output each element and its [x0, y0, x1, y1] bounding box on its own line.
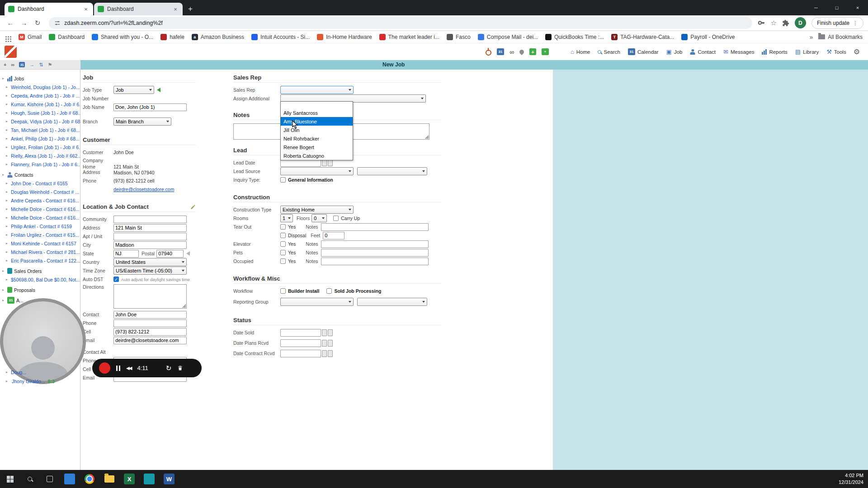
sidebar-contact-item[interactable]: John Doe - Contact # 6165 [2, 179, 80, 188]
directions-textarea[interactable] [113, 284, 187, 309]
pets-yes-checkbox[interactable] [280, 250, 286, 255]
bookmark-item[interactable]: In-Home Hardware [317, 34, 372, 40]
date-contract-rcvd-input[interactable] [280, 350, 321, 357]
sidebar-job-item[interactable]: Rielly, Alexa (Job 1) - Job # 662... [2, 151, 80, 160]
customer-email-link[interactable]: deirdre@closetstoadore.com [113, 187, 174, 192]
elevator-yes-checkbox[interactable] [280, 241, 286, 247]
forward-arrow-icon[interactable]: → [29, 62, 34, 67]
finish-update-button[interactable]: Finish update ⋮ [811, 17, 863, 29]
nav-item-job[interactable]: ▣Job [666, 48, 683, 55]
construction-type-select[interactable]: Existing Home [280, 206, 354, 214]
pin-icon[interactable]: ⚑ [48, 62, 52, 68]
bookmarks-overflow-icon[interactable]: » [810, 33, 813, 41]
taskbar-chrome[interactable] [80, 470, 99, 488]
sidebar-section-sales-orders[interactable]: Sales Orders [2, 267, 80, 275]
add-item-icon[interactable]: + [529, 48, 536, 55]
sidebar-section-proposals[interactable]: Proposals [2, 286, 80, 294]
all-bookmarks-button[interactable]: All Bookmarks [818, 34, 863, 40]
nav-item-contact[interactable]: Contact [690, 49, 716, 55]
taskbar-excel[interactable]: X [119, 470, 139, 488]
sidebar-contact-item[interactable]: Andre Cepeda - Contact # 616... [2, 196, 80, 205]
contact-cell-input[interactable]: (973) 822-1212 [113, 328, 187, 336]
sidebar-job-item[interactable]: Flannery, Fran (Job 1) - Job # 6... [2, 160, 80, 169]
date-picker-button[interactable] [322, 340, 327, 347]
occupied-yes-checkbox[interactable] [280, 258, 286, 264]
forward-button[interactable]: → [18, 17, 30, 29]
date-clear-button[interactable] [328, 350, 333, 357]
add-calendar-icon[interactable]: + [542, 48, 549, 55]
sidebar-contact-item[interactable]: Philip Ankel - Contact # 6159 [2, 222, 80, 230]
contact-phone-input[interactable] [113, 319, 187, 327]
sidebar-contact-item[interactable]: Douglas Weinhold - Contact # ... [2, 188, 80, 196]
dropdown-option[interactable]: Jill Olin [281, 126, 353, 134]
country-select[interactable]: United States [113, 258, 187, 266]
timezone-select[interactable]: US/Eastern Time (-05:00) [113, 267, 187, 275]
sidebar-sales-order-item[interactable]: $50698.00, Bal Due $0.00, Not... [2, 275, 80, 284]
bookmark-star-icon[interactable]: ☆ [771, 19, 777, 27]
move-icon[interactable]: + [4, 62, 6, 67]
date-picker-button[interactable] [322, 350, 327, 357]
disposal-checkbox[interactable] [280, 233, 286, 238]
sidebar-job-item[interactable]: Kumar, Kishore (Job 1) - Job # 6... [2, 100, 80, 108]
droplet-icon[interactable] [519, 48, 525, 55]
bookmark-item[interactable]: The market leader i... [379, 34, 439, 40]
sales-rep-select[interactable] [280, 86, 354, 94]
taskbar-app-2[interactable] [139, 470, 159, 488]
tab-close-icon[interactable]: × [82, 6, 90, 13]
password-key-icon[interactable] [758, 19, 765, 27]
reload-button[interactable]: ↻ [32, 17, 43, 29]
bookmark-item[interactable]: Intuit Accounts - Si... [251, 34, 310, 40]
sidebar-section-contacts[interactable]: Contacts [2, 170, 80, 179]
date-clear-button[interactable] [328, 340, 333, 347]
bookmark-item[interactable]: Shared with you - O... [92, 34, 153, 40]
sidebar-job-item[interactable]: Weinhold, Douglas (Job 1) - Jo... [2, 83, 80, 91]
drag-handle-icon[interactable] [154, 365, 160, 371]
bookmark-item[interactable]: Dashboard [49, 34, 85, 40]
browser-tab-1[interactable]: Dashboard × [5, 3, 93, 15]
sidebar-contact-item[interactable]: Moni Kehinde - Contact # 6157 [2, 239, 80, 248]
carry-up-checkbox[interactable] [333, 216, 339, 221]
floors-select[interactable]: 0 [311, 214, 327, 222]
nav-item-library[interactable]: ▤Library [795, 48, 819, 55]
minimize-button[interactable]: ─ [806, 0, 826, 15]
maximize-button[interactable]: □ [826, 0, 847, 15]
bookmark-item[interactable]: aAmazon Business [192, 34, 244, 40]
sidebar-job-item[interactable]: Deepak, Vidya (Job 1) - Job # 68 [2, 117, 80, 126]
lead-source-secondary-select[interactable] [357, 167, 427, 175]
sidebar-contact-item[interactable]: Michael Rivera - Contact # 281... [2, 248, 80, 256]
contact-input[interactable]: John Doe [113, 311, 187, 319]
community-input[interactable] [113, 216, 187, 223]
state-input[interactable]: NJ [113, 250, 139, 258]
rewind-button[interactable]: ◀◀ [126, 366, 131, 371]
taskbar-word[interactable]: W [159, 470, 179, 488]
browser-menu-icon[interactable]: ⋮ [853, 20, 858, 26]
auto-dst-checkbox[interactable] [113, 277, 119, 282]
sold-job-processing-checkbox[interactable] [326, 288, 332, 294]
dropdown-option[interactable] [281, 102, 353, 108]
dropdown-option-highlighted[interactable]: Amy Bluestone [281, 117, 353, 126]
taskbar-app-1[interactable] [60, 470, 80, 488]
calendar-31-icon[interactable]: 31 [497, 48, 504, 55]
tab-close-icon[interactable]: × [172, 6, 179, 13]
contact-email-input[interactable]: deirdre@closetstoadore.com [113, 337, 187, 344]
tear-out-yes-checkbox[interactable] [280, 224, 286, 230]
glasses-icon[interactable]: ∞ [509, 48, 514, 56]
calendar-icon[interactable]: 31 [19, 62, 25, 67]
bookmark-item[interactable]: Compose Mail - dei... [478, 34, 538, 40]
tear-out-notes-input[interactable] [321, 223, 429, 231]
builder-install-checkbox[interactable] [280, 288, 286, 294]
sidebar-contact-item[interactable]: Eric Pascarella - Contact # 122... [2, 256, 80, 265]
nav-item-messages[interactable]: ✉Messages [723, 48, 754, 55]
job-name-input[interactable]: Doe, John (Job 1) [113, 103, 187, 111]
bookmark-item[interactable]: TTAG-Hardware-Cata... [611, 34, 674, 40]
back-button[interactable]: ← [5, 17, 16, 29]
taskbar-clock[interactable]: 4:02 PM 12/31/2024 [839, 472, 868, 486]
record-stop-button[interactable] [99, 362, 110, 374]
profile-avatar[interactable]: D [795, 17, 806, 28]
window-close-button[interactable]: × [847, 0, 868, 15]
browser-tab-2[interactable]: Dashboard × [94, 3, 183, 15]
address-bar[interactable]: zdash.zeerm.com/?url=%2fLanding%2f [49, 17, 752, 29]
apps-grid-icon[interactable] [5, 36, 7, 38]
restart-button[interactable]: ↻ [166, 364, 172, 372]
sidebar-job-item[interactable]: Urgilez, Froilan (Job 1) - Job # 6... [2, 143, 80, 151]
